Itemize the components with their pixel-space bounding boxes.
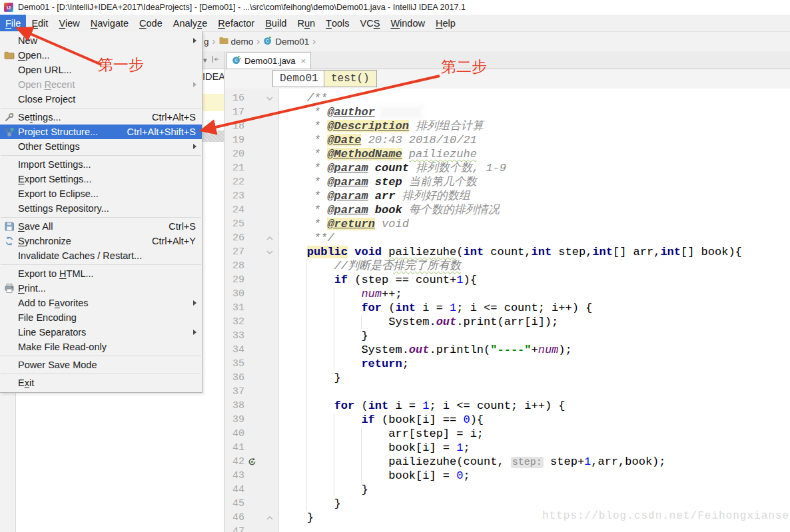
code-text[interactable]: pailiezuhe(count, step: step+1,arr,book)…: [279, 455, 790, 469]
menu-item-export-to-eclipse[interactable]: Export to Eclipse...: [0, 186, 202, 201]
class-icon: c: [263, 36, 272, 47]
breadcrumb-item-demo[interactable]: demo: [219, 37, 254, 47]
code-text[interactable]: * @Date 20:43 2018/10/21: [279, 133, 790, 147]
code-text[interactable]: if (book[i] == 0){: [279, 413, 790, 427]
code-text[interactable]: * @param arr 排列好的数组: [279, 189, 790, 203]
menubar-item-view[interactable]: View: [53, 15, 85, 31]
menu-item-save-all[interactable]: Save AllCtrl+S: [0, 219, 202, 234]
code-text[interactable]: * @author: [279, 105, 790, 119]
code-text[interactable]: **/: [279, 231, 790, 245]
code-text[interactable]: * @param count 排列数个数, 1-9: [279, 161, 790, 175]
code-text[interactable]: * @param step 当前第几个数: [279, 175, 790, 189]
code-line-40: 40 arr[step] = i;: [224, 427, 790, 441]
menu-item-other-settings[interactable]: Other Settings: [0, 139, 202, 154]
menubar-item-tools[interactable]: Tools: [320, 15, 354, 31]
menu-item-project-structure[interactable]: Project Structure...Ctrl+Alt+Shift+S: [0, 125, 202, 139]
menubar-item-vcs[interactable]: VCS: [355, 15, 386, 31]
code-line-35: 35 return;: [224, 357, 790, 371]
code-text[interactable]: book[i] = 1;: [279, 441, 790, 455]
menu-item-label: Line Separators: [18, 327, 86, 338]
menu-icon-spacer: [3, 188, 16, 199]
code-text[interactable]: * @return void: [279, 217, 790, 231]
project-tree-item[interactable]: IDEA: [202, 71, 224, 82]
collapse-icon[interactable]: [211, 54, 219, 66]
menubar-item-file[interactable]: File: [0, 15, 26, 31]
menubar-item-refactor[interactable]: Refactor: [212, 15, 260, 31]
menu-item-add-to-favorites[interactable]: Add to Favorites: [0, 296, 202, 310]
line-number: 18: [224, 119, 244, 133]
file-menu-dropdown: NewOpen...Open URL...Open RecentClose Pr…: [0, 31, 202, 393]
code-text[interactable]: for (int i = 1; i <= count; i++) {: [279, 399, 790, 413]
menubar-item-analyze[interactable]: Analyze: [168, 15, 213, 31]
menubar-item-window[interactable]: Window: [385, 15, 430, 31]
code-text[interactable]: /**: [279, 91, 790, 105]
editor-tab[interactable]: c Demo01.java ×: [226, 52, 311, 69]
code-text[interactable]: return;: [279, 357, 790, 371]
code-text[interactable]: num++;: [279, 287, 790, 301]
menu-icon-spacer: [3, 79, 16, 90]
code-text[interactable]: arr[step] = i;: [279, 427, 790, 441]
line-number: 36: [224, 371, 244, 385]
code-text[interactable]: book[i] = 0;: [279, 469, 790, 483]
fold-marker-icon[interactable]: [260, 235, 279, 242]
menu-item-exit[interactable]: Exit: [0, 376, 202, 390]
code-text[interactable]: public void pailiezuhe(int count,int ste…: [279, 245, 790, 259]
menubar-item-build[interactable]: Build: [260, 15, 292, 31]
code-text[interactable]: * @MethodName pailiezuhe: [279, 147, 790, 161]
line-number: 44: [224, 483, 244, 497]
menu-item-shortcut: Ctrl+Alt+Shift+S: [127, 127, 202, 137]
menu-item-import-settings[interactable]: Import Settings...: [0, 157, 202, 172]
menu-separator: [1, 108, 201, 109]
annotation-step1: 第一步: [98, 55, 144, 75]
fold-marker-icon[interactable]: [260, 95, 279, 102]
menu-item-shortcut: Ctrl+Alt+S: [152, 112, 202, 123]
menu-item-label: Import Settings...: [18, 159, 91, 170]
menu-item-make-file-read-only[interactable]: Make File Read-only: [0, 340, 202, 354]
panel-editor-divider[interactable]: [224, 51, 224, 532]
menu-item-settings[interactable]: Settings...Ctrl+Alt+S: [0, 110, 202, 125]
menubar-item-edit[interactable]: Edit: [26, 15, 53, 31]
menu-item-synchronize[interactable]: SynchronizeCtrl+Alt+Y: [0, 234, 202, 248]
fold-marker-icon[interactable]: [260, 515, 279, 521]
code-text[interactable]: }: [279, 371, 790, 385]
menubar-item-help[interactable]: Help: [430, 15, 461, 31]
code-text[interactable]: System.out.println("----"+num);: [279, 343, 790, 357]
menu-item-close-project[interactable]: Close Project: [0, 92, 202, 107]
menu-item-export-to-html[interactable]: Export to HTML...: [0, 266, 202, 281]
menu-item-label: Settings Repository...: [18, 203, 109, 214]
menu-item-label: Save All: [18, 221, 53, 232]
menu-item-label: Add to Favorites: [18, 298, 89, 308]
menu-item-power-save-mode[interactable]: Power Save Mode: [0, 358, 202, 372]
menu-item-label: Open URL...: [18, 65, 72, 75]
menubar-item-code[interactable]: Code: [134, 15, 168, 31]
code-text[interactable]: }: [279, 483, 790, 497]
code-editor[interactable]: 16 /**17 * @author 18 * @Description 排列组…: [224, 89, 790, 532]
breadcrumb-item-g[interactable]: g: [204, 37, 209, 47]
menubar: FileEditViewNavigateCodeAnalyzeRefactorB…: [0, 15, 790, 32]
fold-marker-icon[interactable]: [260, 249, 279, 256]
code-text[interactable]: //判断是否排完了所有数: [279, 259, 790, 273]
code-text[interactable]: }: [279, 329, 790, 343]
menu-icon-spacer: [3, 94, 16, 105]
breadcrumb-item-demo01[interactable]: cDemo01: [263, 36, 309, 47]
structure-icon: [3, 127, 16, 137]
menu-item-new[interactable]: New: [0, 33, 202, 48]
close-icon[interactable]: ×: [301, 56, 306, 66]
code-text[interactable]: System.out.print(arr[i]);: [279, 315, 790, 329]
menu-item-export-settings[interactable]: Export Settings...: [0, 172, 202, 186]
menu-item-invalidate-caches-restart[interactable]: Invalidate Caches / Restart...: [0, 248, 202, 263]
menu-item-print[interactable]: Print...: [0, 281, 202, 296]
code-text[interactable]: }: [279, 497, 790, 511]
menu-separator: [1, 356, 201, 356]
code-text[interactable]: if (step == count+1){: [279, 273, 790, 287]
menu-item-settings-repository[interactable]: Settings Repository...: [0, 201, 202, 216]
title-bar: IJ Demo01 - [D:\IntelliJ+IDEA+2017\IdeaP…: [0, 0, 790, 15]
code-text[interactable]: * @param book 每个数的排列情况: [279, 203, 790, 217]
code-text[interactable]: for (int i = 1; i <= count; i++) {: [279, 301, 790, 315]
menu-item-line-separators[interactable]: Line Separators: [0, 325, 202, 340]
chevron-down-icon[interactable]: ▾: [203, 56, 207, 65]
menubar-item-run[interactable]: Run: [292, 15, 320, 31]
menubar-item-navigate[interactable]: Navigate: [85, 15, 134, 31]
menu-item-file-encoding[interactable]: File Encoding: [0, 310, 202, 325]
code-text[interactable]: * @Description 排列组合计算: [279, 119, 790, 133]
